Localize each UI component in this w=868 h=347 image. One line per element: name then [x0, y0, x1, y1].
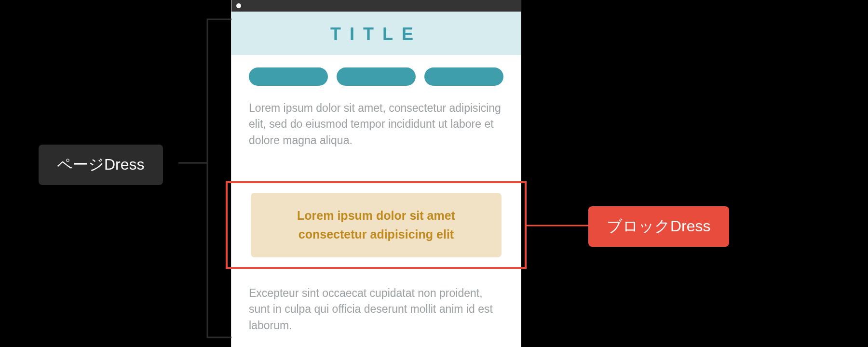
- block-dress-label-text: ブロックDress: [607, 217, 711, 235]
- nav-pill: [424, 67, 503, 86]
- page-title: TITLE: [231, 24, 521, 44]
- paragraph-top: Lorem ipsum dolor sit amet, consectetur …: [249, 100, 503, 148]
- highlight-block: Lorem ipsum dolor sit amet consectetur a…: [251, 193, 502, 257]
- nav-pill: [337, 67, 416, 86]
- nav-pills: [249, 67, 503, 86]
- page-dress-label-text: ページDress: [57, 156, 145, 173]
- page-content: Lorem ipsum dolor sit amet, consectetur …: [231, 55, 521, 148]
- highlight-line-2: consectetur adipisicing elit: [262, 225, 490, 244]
- page-title-area: TITLE: [231, 12, 521, 55]
- diagram-stage: ページDress ブロックDress TITLE Lorem ipsum dol…: [0, 0, 868, 347]
- window-dot-icon: [236, 3, 241, 8]
- browser-titlebar: [231, 0, 521, 12]
- page-dress-label: ページDress: [39, 145, 163, 185]
- block-dress-outline: Lorem ipsum dolor sit amet consectetur a…: [226, 181, 527, 269]
- paragraph-bottom: Excepteur sint occaecat cupidatat non pr…: [249, 285, 503, 334]
- block-dress-label: ブロックDress: [588, 206, 729, 247]
- highlight-line-1: Lorem ipsum dolor sit amet: [262, 206, 490, 225]
- nav-pill: [249, 67, 328, 86]
